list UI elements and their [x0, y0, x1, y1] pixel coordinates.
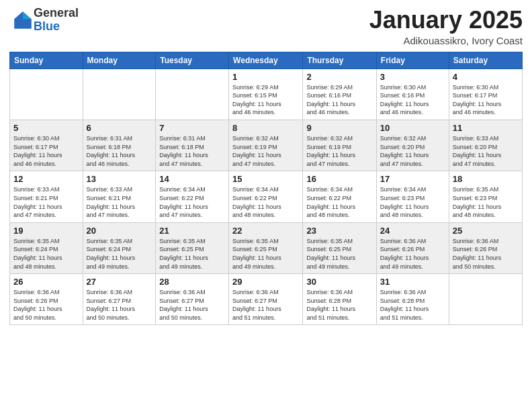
day-info: Sunrise: 6:31 AMSunset: 6:18 PMDaylight:…: [87, 134, 152, 168]
day-number: 11: [453, 123, 519, 133]
calendar-week-row: 26Sunrise: 6:36 AMSunset: 6:26 PMDayligh…: [10, 274, 523, 325]
day-number: 30: [306, 277, 372, 287]
calendar-cell: [156, 68, 229, 120]
calendar-table: SundayMondayTuesdayWednesdayThursdayFrid…: [9, 52, 523, 326]
day-number: 16: [306, 174, 372, 184]
calendar-cell: 12Sunrise: 6:33 AMSunset: 6:21 PMDayligh…: [10, 171, 83, 222]
calendar-cell: 9Sunrise: 6:32 AMSunset: 6:19 PMDaylight…: [303, 120, 376, 171]
day-info: Sunrise: 6:36 AMSunset: 6:27 PMDaylight:…: [159, 288, 225, 322]
day-info: Sunrise: 6:30 AMSunset: 6:17 PMDaylight:…: [453, 83, 519, 117]
calendar-week-row: 19Sunrise: 6:35 AMSunset: 6:24 PMDayligh…: [10, 222, 523, 273]
calendar-cell: 4Sunrise: 6:30 AMSunset: 6:17 PMDaylight…: [449, 68, 522, 120]
day-info: Sunrise: 6:33 AMSunset: 6:21 PMDaylight:…: [13, 185, 79, 219]
calendar-day-header: Saturday: [449, 52, 522, 68]
calendar-cell: 20Sunrise: 6:35 AMSunset: 6:24 PMDayligh…: [83, 222, 156, 273]
calendar-cell: 7Sunrise: 6:31 AMSunset: 6:18 PMDaylight…: [156, 120, 229, 171]
day-number: 10: [380, 123, 445, 133]
calendar-cell: 2Sunrise: 6:29 AMSunset: 6:16 PMDaylight…: [303, 68, 376, 120]
location-title: Adikouassikro, Ivory Coast: [369, 35, 523, 46]
calendar-day-header: Sunday: [10, 52, 83, 68]
day-number: 29: [232, 277, 299, 287]
calendar-cell: 8Sunrise: 6:32 AMSunset: 6:19 PMDaylight…: [229, 120, 303, 171]
day-info: Sunrise: 6:36 AMSunset: 6:26 PMDaylight:…: [13, 288, 79, 322]
day-number: 18: [453, 174, 519, 184]
day-number: 19: [13, 226, 79, 236]
day-number: 3: [380, 72, 445, 82]
calendar-cell: 28Sunrise: 6:36 AMSunset: 6:27 PMDayligh…: [156, 274, 229, 325]
page: General Blue January 2025 Adikouassikro,…: [0, 0, 532, 411]
calendar-day-header: Friday: [376, 52, 449, 68]
logo-general-text: General: [34, 7, 79, 20]
day-number: 20: [87, 226, 152, 236]
day-number: 5: [13, 123, 79, 133]
day-info: Sunrise: 6:32 AMSunset: 6:19 PMDaylight:…: [232, 134, 299, 168]
day-info: Sunrise: 6:32 AMSunset: 6:20 PMDaylight:…: [380, 134, 445, 168]
calendar-cell: [10, 68, 83, 120]
day-info: Sunrise: 6:35 AMSunset: 6:23 PMDaylight:…: [453, 185, 519, 219]
logo-icon: [12, 9, 34, 31]
day-info: Sunrise: 6:35 AMSunset: 6:25 PMDaylight:…: [306, 237, 372, 271]
calendar-cell: 24Sunrise: 6:36 AMSunset: 6:26 PMDayligh…: [376, 222, 449, 273]
calendar-cell: 14Sunrise: 6:34 AMSunset: 6:22 PMDayligh…: [156, 171, 229, 222]
calendar-day-header: Wednesday: [229, 52, 303, 68]
calendar-cell: 19Sunrise: 6:35 AMSunset: 6:24 PMDayligh…: [10, 222, 83, 273]
day-number: 15: [232, 174, 299, 184]
calendar-day-header: Tuesday: [156, 52, 229, 68]
day-number: 21: [159, 226, 225, 236]
day-info: Sunrise: 6:32 AMSunset: 6:19 PMDaylight:…: [306, 134, 372, 168]
svg-marker-2: [14, 11, 23, 19]
calendar-cell: 29Sunrise: 6:36 AMSunset: 6:27 PMDayligh…: [229, 274, 303, 325]
svg-marker-1: [23, 11, 32, 19]
calendar-cell: 13Sunrise: 6:33 AMSunset: 6:21 PMDayligh…: [83, 171, 156, 222]
day-info: Sunrise: 6:34 AMSunset: 6:23 PMDaylight:…: [380, 185, 445, 219]
day-number: 27: [87, 277, 152, 287]
day-info: Sunrise: 6:30 AMSunset: 6:16 PMDaylight:…: [380, 83, 445, 117]
day-number: 7: [159, 123, 225, 133]
day-info: Sunrise: 6:36 AMSunset: 6:26 PMDaylight:…: [380, 237, 445, 271]
day-number: 8: [232, 123, 299, 133]
calendar-cell: 21Sunrise: 6:35 AMSunset: 6:25 PMDayligh…: [156, 222, 229, 273]
title-block: January 2025 Adikouassikro, Ivory Coast: [369, 7, 523, 46]
day-info: Sunrise: 6:36 AMSunset: 6:26 PMDaylight:…: [453, 237, 519, 271]
day-number: 9: [306, 123, 372, 133]
day-info: Sunrise: 6:31 AMSunset: 6:18 PMDaylight:…: [159, 134, 225, 168]
logo-blue-text: Blue: [34, 20, 79, 34]
day-number: 2: [306, 72, 372, 82]
day-number: 17: [380, 174, 445, 184]
day-number: 22: [232, 226, 299, 236]
day-info: Sunrise: 6:35 AMSunset: 6:24 PMDaylight:…: [87, 237, 152, 271]
calendar-week-row: 12Sunrise: 6:33 AMSunset: 6:21 PMDayligh…: [10, 171, 523, 222]
calendar-cell: 3Sunrise: 6:30 AMSunset: 6:16 PMDaylight…: [376, 68, 449, 120]
calendar-cell: 27Sunrise: 6:36 AMSunset: 6:27 PMDayligh…: [83, 274, 156, 325]
logo-text: General Blue: [34, 7, 79, 34]
day-info: Sunrise: 6:34 AMSunset: 6:22 PMDaylight:…: [306, 185, 372, 219]
day-number: 4: [453, 72, 519, 82]
day-info: Sunrise: 6:35 AMSunset: 6:24 PMDaylight:…: [13, 237, 79, 271]
calendar-cell: 18Sunrise: 6:35 AMSunset: 6:23 PMDayligh…: [449, 171, 522, 222]
calendar-cell: 31Sunrise: 6:36 AMSunset: 6:28 PMDayligh…: [376, 274, 449, 325]
day-info: Sunrise: 6:36 AMSunset: 6:28 PMDaylight:…: [306, 288, 372, 322]
day-info: Sunrise: 6:33 AMSunset: 6:20 PMDaylight:…: [453, 134, 519, 168]
day-number: 14: [159, 174, 225, 184]
calendar-week-row: 1Sunrise: 6:29 AMSunset: 6:15 PMDaylight…: [10, 68, 523, 120]
calendar-cell: 10Sunrise: 6:32 AMSunset: 6:20 PMDayligh…: [376, 120, 449, 171]
calendar-day-header: Thursday: [303, 52, 376, 68]
calendar-cell: 15Sunrise: 6:34 AMSunset: 6:22 PMDayligh…: [229, 171, 303, 222]
day-info: Sunrise: 6:33 AMSunset: 6:21 PMDaylight:…: [87, 185, 152, 219]
calendar-cell: 11Sunrise: 6:33 AMSunset: 6:20 PMDayligh…: [449, 120, 522, 171]
day-number: 28: [159, 277, 225, 287]
calendar-cell: [83, 68, 156, 120]
day-number: 24: [380, 226, 445, 236]
day-info: Sunrise: 6:35 AMSunset: 6:25 PMDaylight:…: [232, 237, 299, 271]
calendar-cell: 16Sunrise: 6:34 AMSunset: 6:22 PMDayligh…: [303, 171, 376, 222]
day-info: Sunrise: 6:34 AMSunset: 6:22 PMDaylight:…: [232, 185, 299, 219]
logo: General Blue: [9, 7, 79, 34]
day-info: Sunrise: 6:34 AMSunset: 6:22 PMDaylight:…: [159, 185, 225, 219]
month-title: January 2025: [369, 7, 523, 34]
day-number: 13: [87, 174, 152, 184]
calendar-cell: 30Sunrise: 6:36 AMSunset: 6:28 PMDayligh…: [303, 274, 376, 325]
calendar-cell: 25Sunrise: 6:36 AMSunset: 6:26 PMDayligh…: [449, 222, 522, 273]
day-info: Sunrise: 6:36 AMSunset: 6:27 PMDaylight:…: [232, 288, 299, 322]
calendar-cell: 17Sunrise: 6:34 AMSunset: 6:23 PMDayligh…: [376, 171, 449, 222]
calendar-day-header: Monday: [83, 52, 156, 68]
